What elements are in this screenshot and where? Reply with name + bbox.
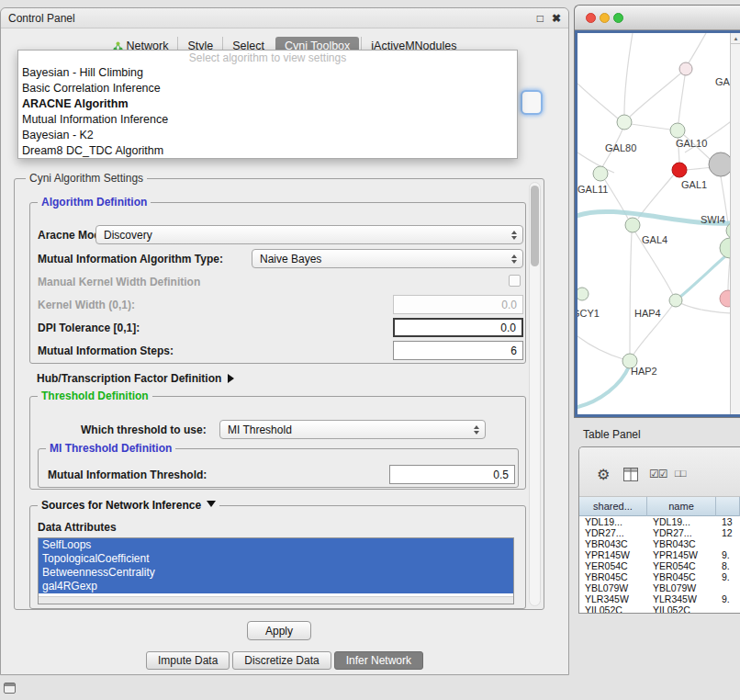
- table-cell: YLR345W: [647, 593, 716, 604]
- algorithm-dropdown-placeholder: Select algorithm to view settings: [18, 51, 517, 65]
- which-threshold-value: MI Threshold: [220, 423, 292, 436]
- hub-definition-label: Hub/Transcription Factor Definition: [37, 372, 221, 385]
- node-label: HAP2: [631, 366, 657, 377]
- table-cell: 9.: [716, 571, 740, 582]
- float-window-icon[interactable]: □: [537, 8, 544, 28]
- node-label: GAL11: [577, 184, 608, 195]
- attribute-item[interactable]: TopologicalCoefficient: [39, 552, 513, 566]
- algorithm-option[interactable]: Mutual Information Inference: [18, 112, 517, 128]
- table-cell: YBR043C: [647, 538, 716, 549]
- column-header[interactable]: name: [647, 497, 716, 516]
- attribute-item[interactable]: gal4RGexp: [39, 580, 513, 593]
- clear-checkboxes-icon[interactable]: □□: [675, 468, 685, 479]
- algorithm-option[interactable]: Bayesian - K2: [18, 128, 517, 143]
- sources-group: Sources for Network Inference Data Attri…: [29, 505, 526, 609]
- network-node[interactable]: [670, 123, 685, 138]
- aracne-mode-select[interactable]: Discovery: [95, 225, 523, 244]
- attribute-item[interactable]: BetweennessCentrality: [39, 566, 513, 580]
- focused-button[interactable]: [521, 90, 543, 115]
- table-row[interactable]: YIL052CYIL052C: [579, 604, 740, 613]
- table-row[interactable]: YBR045CYBR045C9.: [579, 571, 740, 582]
- network-node[interactable]: [679, 62, 692, 75]
- control-panel-title: Control Panel: [8, 8, 75, 28]
- network-node[interactable]: [577, 288, 589, 300]
- column-header[interactable]: [716, 497, 740, 516]
- table-cell: YLR345W: [579, 593, 647, 604]
- minimize-traffic-light-icon[interactable]: [600, 13, 610, 23]
- scrollbar-thumb[interactable]: [531, 186, 539, 266]
- mi-steps-input[interactable]: 6: [393, 341, 523, 360]
- network-node[interactable]: [669, 294, 682, 307]
- tab-impute-data[interactable]: Impute Data: [146, 651, 230, 670]
- network-vertical-scrollbar[interactable]: ▲: [730, 33, 740, 414]
- network-canvas[interactable]: GALGAL80GAL10GAL11GAL1SWI4GAL4GCY1HAP4YH…: [577, 33, 738, 417]
- settings-vertical-scrollbar[interactable]: [529, 182, 541, 606]
- algorithm-option[interactable]: Basic Correlation Inference: [18, 81, 517, 96]
- hub-definition-expander[interactable]: Hub/Transcription Factor Definition: [37, 372, 234, 385]
- panel-dock-icon[interactable]: [4, 683, 16, 694]
- settings-group-title: Cyni Algorithm Settings: [26, 172, 147, 185]
- network-window-titlebar[interactable]: [575, 6, 740, 30]
- which-threshold-select[interactable]: MI Threshold: [219, 420, 486, 439]
- algorithm-option[interactable]: Bayesian - Hill Climbing: [18, 65, 517, 81]
- table-cell: [716, 538, 740, 549]
- table-row[interactable]: YDR27...YDR27...12: [579, 527, 740, 538]
- algorithm-option[interactable]: ARACNE Algorithm: [18, 96, 517, 112]
- table-panel-window: ⚙ ☑☑ □□ shared...name YDL19...YDL19...13…: [578, 446, 740, 614]
- apply-button[interactable]: Apply: [247, 621, 311, 640]
- sources-expander[interactable]: Sources for Network Inference: [38, 499, 219, 512]
- table-row[interactable]: YER054CYER054C8.: [579, 560, 740, 571]
- network-node[interactable]: [617, 115, 632, 130]
- column-header[interactable]: shared...: [579, 497, 647, 516]
- table-cell: YPR145W: [647, 549, 716, 560]
- columns-icon[interactable]: [623, 468, 638, 484]
- data-attributes-list[interactable]: SelfLoopsTopologicalCoefficientBetweenne…: [38, 537, 514, 604]
- gear-icon[interactable]: ⚙: [597, 468, 610, 482]
- attribute-item[interactable]: SelfLoops: [39, 538, 513, 552]
- close-traffic-light-icon[interactable]: [586, 13, 596, 23]
- mi-algorithm-type-select[interactable]: Naive Bayes: [252, 249, 523, 268]
- tab-infer-network[interactable]: Infer Network: [334, 651, 423, 670]
- algorithm-definition-title: Algorithm Definition: [38, 196, 151, 209]
- table-cell: [716, 604, 740, 613]
- table-row[interactable]: YLR345WYLR345W9.: [579, 593, 740, 604]
- kernel-width-input[interactable]: 0.0: [393, 295, 523, 314]
- tab-discretize-data[interactable]: Discretize Data: [232, 651, 331, 670]
- manual-kernel-width-checkbox[interactable]: [509, 275, 521, 287]
- table-cell: YIL052C: [647, 604, 716, 613]
- node-label: GAL10: [676, 138, 707, 149]
- table-body: YDL19...YDL19...13YDR27...YDR27...12YBR0…: [579, 516, 740, 613]
- table-row[interactable]: YDL19...YDL19...13: [579, 516, 740, 527]
- table-cell: YDL19...: [647, 516, 716, 527]
- network-nodes: GALGAL80GAL10GAL11GAL1SWI4GAL4GCY1HAP4YH…: [577, 62, 738, 377]
- select-all-checkboxes-icon[interactable]: ☑☑: [649, 468, 667, 480]
- table-row[interactable]: YBR043CYBR043C: [579, 538, 740, 549]
- table-row[interactable]: YBL079WYBL079W: [579, 582, 740, 593]
- mi-algorithm-type-value: Naive Bayes: [252, 253, 321, 265]
- dpi-tolerance-input[interactable]: 0.0: [393, 318, 523, 337]
- network-node[interactable]: [672, 163, 687, 177]
- network-node[interactable]: [625, 218, 640, 232]
- table-cell: YBL079W: [647, 582, 716, 593]
- zoom-traffic-light-icon[interactable]: [613, 13, 623, 23]
- node-label: GAL1: [681, 179, 707, 190]
- table-row[interactable]: YPR145WYPR145W9.: [579, 549, 740, 560]
- network-view-content[interactable]: GALGAL80GAL10GAL11GAL1SWI4GAL4GCY1HAP4YH…: [575, 30, 740, 417]
- manual-kernel-width-label: Manual Kernel Width Definition: [38, 276, 200, 288]
- table-cell: [716, 582, 740, 593]
- table-cell: YBL079W: [579, 582, 647, 593]
- threshold-definition-title: Threshold Definition: [38, 390, 152, 402]
- network-node[interactable]: [593, 166, 608, 181]
- control-panel-titlebar[interactable]: Control Panel □ ✖: [1, 8, 568, 28]
- mi-threshold-label: Mutual Information Threshold:: [48, 469, 207, 481]
- aracne-mode-value: Discovery: [96, 229, 152, 242]
- horizontal-scrollbar[interactable]: [39, 596, 513, 604]
- scroll-up-icon[interactable]: ▲: [731, 33, 740, 44]
- control-panel-window: Control Panel □ ✖ NetworkStyleSelectCyni…: [0, 7, 569, 675]
- table-header-row: shared...name: [579, 497, 740, 516]
- algorithm-option[interactable]: Dream8 DC_TDC Algorithm: [18, 143, 517, 159]
- table-cell: YDR27...: [647, 527, 716, 538]
- data-attributes-label: Data Attributes: [38, 521, 117, 534]
- mi-threshold-input[interactable]: 0.5: [389, 465, 515, 484]
- close-icon[interactable]: ✖: [552, 8, 561, 28]
